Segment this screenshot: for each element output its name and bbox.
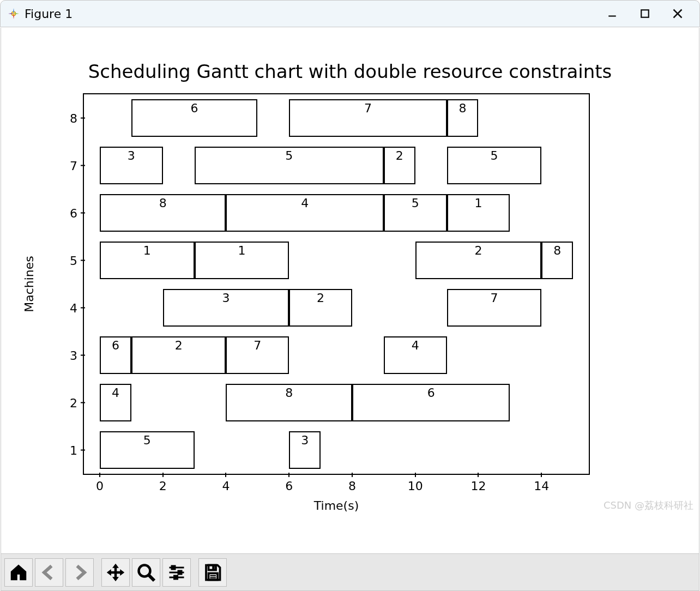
chart-title: Scheduling Gantt chart with double resou… [1,61,699,82]
gantt-task-label: 4 [412,339,419,352]
x-tick: 14 [534,479,549,493]
y-tick: 7 [70,159,84,172]
gantt-task: 2 [384,147,415,185]
gantt-task: 7 [447,289,542,327]
gantt-task: 7 [226,336,289,375]
gantt-task: 8 [226,384,352,422]
gantt-task-label: 5 [490,149,498,162]
window-controls [596,1,694,27]
gantt-task-label: 8 [459,101,467,115]
pan-button[interactable] [101,558,130,587]
y-tick: 2 [70,396,84,409]
minimize-button[interactable] [596,1,629,27]
gantt-task: 6 [131,99,258,137]
gantt-task-label: 4 [301,196,309,210]
x-tick: 10 [408,479,423,493]
gantt-task-label: 5 [143,433,151,447]
gantt-task-label: 1 [474,196,482,210]
gantt-task: 2 [289,289,352,327]
gantt-task-label: 7 [490,291,498,305]
gantt-task-label: 5 [285,149,293,162]
gantt-task-label: 3 [222,291,230,305]
forward-button[interactable] [65,558,94,587]
window-titlebar: Figure 1 [0,0,700,27]
axes: Machines Time(s) 02468101214123456785348… [83,93,590,475]
svg-rect-2 [641,10,649,17]
y-tick: 1 [70,443,84,457]
gantt-task: 8 [100,194,226,232]
y-tick: 8 [70,111,84,125]
gantt-task-label: 1 [238,244,245,257]
y-tick: 3 [70,348,84,362]
watermark: CSDN @荔枝科研社 [604,499,693,512]
gantt-task: 1 [100,242,195,280]
app-icon [8,8,19,19]
x-tick: 0 [96,479,104,493]
figure-canvas[interactable]: Scheduling Gantt chart with double resou… [1,28,699,553]
gantt-task: 3 [289,431,321,469]
gantt-task-label: 5 [412,196,419,210]
gantt-task: 1 [447,194,510,232]
gantt-task: 3 [100,147,163,185]
zoom-button[interactable] [132,558,160,587]
gantt-task-label: 3 [128,149,135,162]
gantt-task-label: 8 [553,244,561,257]
gantt-task: 5 [100,431,195,469]
gantt-task-label: 1 [143,244,151,257]
configure-subplots-button[interactable] [162,558,191,587]
x-axis-label: Time(s) [314,499,359,512]
gantt-task: 8 [447,99,479,137]
gantt-task-label: 7 [364,101,372,115]
home-button[interactable] [4,558,33,587]
gantt-task-label: 7 [254,339,261,352]
svg-rect-10 [172,566,175,569]
gantt-task: 5 [195,147,384,185]
gantt-task: 8 [541,242,573,280]
svg-rect-15 [209,573,218,580]
svg-rect-14 [213,566,214,569]
x-tick: 8 [348,479,356,493]
gantt-task-label: 6 [191,101,198,115]
y-axis-label: Machines [23,256,37,312]
y-tick: 6 [70,206,84,220]
gantt-task: 3 [163,289,289,327]
gantt-task-label: 6 [427,386,435,400]
x-tick: 2 [159,479,167,493]
svg-rect-11 [178,571,182,574]
gantt-task: 6 [352,384,510,422]
y-tick: 4 [70,301,84,315]
x-tick: 6 [285,479,293,493]
x-tick: 12 [470,479,486,493]
gantt-task-label: 2 [175,339,183,352]
gantt-task: 7 [289,99,446,137]
back-button[interactable] [35,558,63,587]
gantt-task: 4 [100,384,131,422]
gantt-task-label: 2 [396,149,403,162]
gantt-task-label: 4 [112,386,119,400]
gantt-task: 4 [384,336,447,375]
gantt-task-label: 2 [317,291,324,305]
window-title: Figure 1 [25,7,73,21]
x-tick: 4 [222,479,230,493]
gantt-task-label: 6 [112,339,119,352]
gantt-task: 4 [226,194,383,232]
y-tick: 5 [70,254,84,267]
maximize-button[interactable] [629,1,661,27]
gantt-task: 1 [195,242,289,280]
gantt-task-label: 2 [474,244,482,257]
gantt-task: 5 [447,147,542,185]
gantt-task: 6 [100,336,131,375]
gantt-task: 2 [131,336,226,375]
svg-rect-12 [174,576,178,579]
save-button[interactable] [198,558,227,587]
gantt-task-label: 8 [285,386,293,400]
nav-toolbar [1,553,699,591]
close-button[interactable] [661,1,694,27]
gantt-task: 2 [415,242,542,280]
gantt-task: 5 [384,194,447,232]
svg-point-5 [139,565,150,576]
gantt-task-label: 3 [301,433,309,447]
svg-line-6 [149,575,155,581]
gantt-task-label: 8 [159,196,167,210]
